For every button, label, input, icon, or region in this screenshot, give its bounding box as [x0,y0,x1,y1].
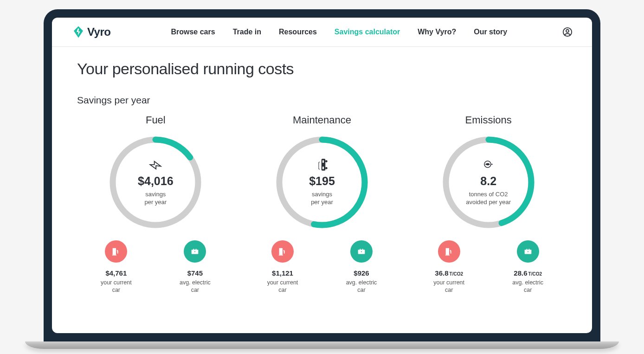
maintenance-current: $1,121 your current car [255,240,310,294]
maintenance-value: $195 [309,174,335,188]
battery-icon [350,240,373,263]
brand-name: Vyro [87,26,110,39]
wrench-car-icon [316,159,328,172]
maintenance-electric: $926 avg. electric car [334,240,389,294]
svg-rect-20 [361,251,362,252]
svg-point-11 [325,167,328,169]
fuel-pump-icon [271,240,294,263]
fuel-sub: savings per year [144,191,167,206]
emissions-current-label: your current car [433,279,464,294]
metric-emissions: Emissions [410,114,567,294]
maintenance-gauge: $195 savings per year [273,134,371,231]
svg-point-12 [325,160,328,162]
svg-rect-6 [196,249,197,250]
metric-maintenance-title: Maintenance [244,114,401,126]
emissions-current-value: 36.8T/CO2 [435,269,463,277]
svg-rect-28 [528,251,528,252]
account-icon[interactable] [562,27,573,37]
battery-icon [184,240,206,263]
maintenance-sub: savings per year [311,191,333,206]
maintenance-current-label: your current car [267,279,298,294]
emissions-electric-label: avg. electric car [512,279,543,294]
battery-icon [517,240,539,263]
laptop-base [25,341,619,349]
metric-maintenance: Maintenance [244,114,401,294]
emissions-value: 8.2 [480,174,496,188]
svg-point-1 [566,30,569,32]
fuel-current-value: $4,761 [105,269,127,277]
svg-rect-25 [526,249,527,250]
section-label: Savings per year [77,95,567,106]
page-content: Your personalised running costs Savings … [52,47,592,333]
svg-rect-15 [279,255,283,255]
svg-rect-17 [360,249,361,250]
laptop-bezel: Vyro Browse cars Trade in Resources Savi… [44,9,600,341]
maintenance-current-value: $1,121 [272,269,293,277]
maintenance-electric-label: avg. electric car [346,279,377,294]
emissions-compare: 36.8T/CO2 your current car [410,240,567,294]
maintenance-electric-value: $926 [354,269,369,277]
nav-why-vyro[interactable]: Why Vyro? [418,28,456,36]
metric-fuel: Fuel [77,114,234,294]
fuel-current: $4,761 your current car [88,240,144,294]
emissions-current: 36.8T/CO2 your current car [421,240,477,294]
fuel-gauge: $4,016 savings per year [107,134,204,231]
svg-rect-5 [193,249,194,250]
fuel-electric-value: $745 [187,269,203,277]
logo-mark-icon [71,25,85,39]
svg-rect-13 [322,167,324,169]
emissions-electric-value: 28.6T/CO2 [514,269,542,277]
fuel-electric: $745 avg. electric car [167,240,223,294]
fuel-electric-label: avg. electric car [180,279,211,294]
maintenance-compare: $1,121 your current car [244,240,401,294]
svg-rect-23 [445,255,449,255]
svg-rect-3 [112,255,116,255]
main-nav: Browse cars Trade in Resources Savings c… [171,28,507,36]
metric-emissions-title: Emissions [410,114,567,126]
fuel-value: $4,016 [138,174,173,188]
nav-trade-in[interactable]: Trade in [233,28,261,36]
app-window: Vyro Browse cars Trade in Resources Savi… [52,18,592,333]
fuel-compare: $4,761 your current car [77,240,234,294]
svg-rect-26 [528,249,529,250]
bolt-icon [149,159,162,172]
page-title: Your personalised running costs [77,60,567,78]
site-header: Vyro Browse cars Trade in Resources Savi… [52,18,592,47]
metrics-row: Fuel [77,114,567,294]
emissions-electric: 28.6T/CO2 avg. electric car [500,240,556,294]
laptop-mockup: Vyro Browse cars Trade in Resources Savi… [44,9,600,349]
svg-rect-8 [195,251,195,252]
nav-savings-calculator[interactable]: Savings calculator [335,28,400,36]
nav-our-story[interactable]: Our story [474,28,507,36]
svg-rect-18 [362,249,363,250]
fuel-pump-icon [105,240,127,263]
svg-rect-14 [322,160,324,162]
brand-logo[interactable]: Vyro [71,25,110,39]
emissions-gauge: 8.2 tonnes of CO2 avoided per year [440,134,537,231]
leaf-icon [482,159,495,172]
metric-fuel-title: Fuel [77,114,234,126]
nav-browse-cars[interactable]: Browse cars [171,28,215,36]
nav-resources[interactable]: Resources [279,28,317,36]
fuel-current-label: your current car [101,279,132,294]
fuel-pump-icon [438,240,460,263]
emissions-sub: tonnes of CO2 avoided per year [466,191,511,206]
